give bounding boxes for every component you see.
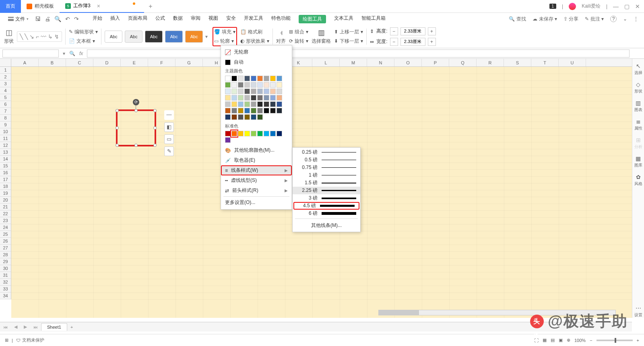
sidepanel-more[interactable]: ⋯设置 — [634, 305, 642, 318]
line-weight-option[interactable]: 0.75 磅 — [293, 164, 360, 171]
ribbon-tab[interactable]: 文本工具 — [334, 15, 353, 23]
help-icon[interactable]: ? — [610, 16, 617, 22]
color-swatch[interactable] — [244, 108, 250, 113]
eyedropper-item[interactable]: 💉 取色器(E) — [221, 155, 292, 165]
color-swatch[interactable] — [231, 89, 237, 94]
color-swatch[interactable] — [257, 101, 263, 107]
color-swatch[interactable] — [238, 89, 244, 94]
row-header[interactable]: 27 — [0, 245, 11, 251]
line-weight-option[interactable]: 0.5 磅 — [293, 156, 360, 164]
color-swatch[interactable] — [257, 114, 263, 120]
row-header[interactable]: 9 — [0, 122, 11, 128]
color-swatch[interactable] — [231, 95, 237, 101]
color-swatch[interactable] — [264, 95, 269, 101]
grid-icon[interactable]: ⊞ — [5, 338, 8, 343]
protect-icon[interactable]: 🛡 — [16, 338, 21, 343]
ribbon-tab[interactable]: 智能工具箱 — [361, 15, 386, 23]
column-header[interactable]: P — [422, 59, 449, 66]
notification-badge[interactable]: 1 — [549, 4, 557, 9]
row-header[interactable]: 30 — [0, 265, 11, 272]
resize-handle[interactable] — [153, 144, 157, 147]
row-header[interactable]: 3 — [0, 80, 11, 87]
column-header[interactable]: L — [312, 59, 340, 66]
color-swatch[interactable] — [225, 108, 231, 113]
color-swatch[interactable] — [244, 82, 250, 88]
elbow2-icon[interactable]: ↳ — [48, 33, 53, 40]
height-plus[interactable]: + — [428, 27, 436, 35]
sidepanel-item[interactable]: ◇形状 — [634, 81, 642, 94]
outline-tool-icon[interactable]: ▭ — [164, 134, 174, 144]
row-header[interactable]: 28 — [0, 251, 11, 258]
ribbon-tab[interactable]: 视图 — [208, 15, 218, 23]
row-header[interactable]: 19 — [0, 190, 11, 197]
width-input[interactable] — [400, 38, 425, 46]
save-icon[interactable]: 🖫 — [35, 16, 41, 22]
shape-gallery[interactable]: ╲ ╲ ↘ ⌐ 〰 ↳ ↯ — [17, 31, 62, 42]
auto-outline-item[interactable]: 自动 — [221, 57, 292, 67]
row-header[interactable]: 6 — [0, 101, 11, 108]
color-swatch[interactable] — [277, 76, 282, 81]
color-swatch[interactable] — [257, 82, 263, 88]
row-header[interactable]: 11 — [0, 135, 11, 142]
color-swatch[interactable] — [251, 76, 256, 81]
column-header[interactable]: C — [66, 59, 93, 66]
bring-forward-button[interactable]: ⬆ 上移一层 ▾ — [334, 29, 363, 35]
row-header[interactable]: 25 — [0, 231, 11, 238]
color-swatch[interactable] — [231, 101, 237, 107]
collapse-ribbon-icon[interactable]: ⌄ — [623, 16, 627, 22]
target-icon[interactable]: ⊕ — [567, 338, 570, 343]
color-swatch[interactable] — [251, 82, 256, 88]
tab-home[interactable]: 首页 — [0, 0, 21, 13]
row-header[interactable]: 7 — [0, 108, 11, 115]
align-button[interactable]: ⫞对齐 — [276, 29, 286, 45]
color-swatch[interactable] — [231, 114, 237, 120]
more-icon[interactable]: ⋮ — [634, 16, 638, 22]
selection-pane-button[interactable]: ▥选择窗格 — [312, 28, 331, 45]
row-header[interactable]: 15 — [0, 163, 11, 169]
ribbon-tab[interactable]: 安全 — [226, 15, 236, 23]
more-lines-item[interactable]: 其他线条(M)... — [293, 220, 360, 231]
view-page-icon[interactable]: ▤ — [551, 338, 555, 343]
sheet-prev-icon[interactable]: ◀ — [11, 324, 21, 330]
color-swatch[interactable] — [257, 108, 263, 113]
collapse-floating-icon[interactable]: — — [164, 110, 174, 120]
row-header[interactable]: 5 — [0, 94, 11, 101]
row-header[interactable]: 1 — [0, 67, 11, 74]
column-header[interactable]: S — [504, 59, 531, 66]
redo-icon[interactable]: ↷ — [74, 16, 79, 22]
color-swatch[interactable] — [277, 95, 282, 101]
rotate-button[interactable]: ⟳ 旋转 ▾ — [289, 38, 308, 45]
resize-handle[interactable] — [116, 109, 119, 112]
elbow-icon[interactable]: ⌐ — [36, 33, 39, 40]
color-swatch[interactable] — [225, 89, 231, 94]
shape-effect-button[interactable]: ◐ 形状效果 ▾ — [240, 38, 269, 45]
line-weight-option[interactable]: 6 磅 — [293, 210, 360, 217]
color-swatch[interactable] — [264, 76, 269, 81]
row-header[interactable]: 34 — [0, 292, 11, 299]
color-swatch[interactable] — [277, 101, 282, 107]
row-header[interactable]: 31 — [0, 272, 11, 279]
color-swatch[interactable] — [225, 95, 231, 101]
color-swatch[interactable] — [238, 82, 244, 88]
column-header[interactable]: T — [531, 59, 559, 66]
sheet-first-icon[interactable]: ⏮ — [0, 325, 11, 330]
sheet-next-icon[interactable]: ▶ — [21, 324, 30, 330]
line-weight-option[interactable]: 4.5 磅 — [293, 202, 359, 210]
color-swatch[interactable] — [277, 89, 282, 94]
tab-template[interactable]: 稻壳模板 — [21, 0, 60, 13]
line-weight-option[interactable]: 2.25 磅 — [293, 187, 360, 194]
color-swatch[interactable] — [225, 82, 231, 88]
row-header[interactable]: 8 — [0, 115, 11, 122]
style-preset-3[interactable]: Abc — [145, 31, 163, 43]
color-swatch[interactable] — [264, 82, 269, 88]
print-icon[interactable]: 🖨 — [45, 16, 50, 22]
selected-rectangle-shape[interactable]: ⟳ — [116, 109, 156, 146]
row-header[interactable]: 16 — [0, 169, 11, 176]
sidepanel-item[interactable]: ≣属性 — [634, 118, 642, 131]
ribbon-tab[interactable]: 开始 — [93, 15, 102, 23]
column-header[interactable]: E — [121, 59, 148, 66]
unsaved-indicator[interactable]: ☁ 未保存 ▾ — [533, 16, 557, 23]
preview-icon[interactable]: 🔍 — [54, 16, 61, 22]
color-swatch[interactable] — [257, 76, 263, 81]
zoom-slider[interactable] — [597, 340, 633, 341]
